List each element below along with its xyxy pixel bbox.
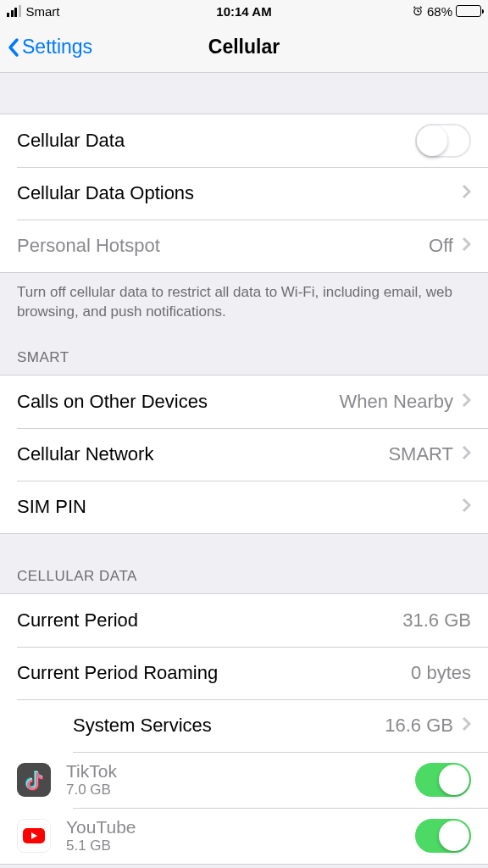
sim-pin-label: SIM PIN (17, 496, 453, 518)
app-usage-tiktok: 7.0 GB (66, 782, 415, 798)
battery-icon (456, 5, 481, 17)
youtube-app-icon (17, 819, 51, 853)
back-button[interactable]: Settings (7, 36, 92, 58)
chevron-right-icon (462, 235, 471, 257)
battery-pct: 68% (427, 4, 452, 19)
personal-hotspot-value: Off (429, 235, 453, 257)
svg-line-3 (413, 7, 415, 8)
section-header-cellular-data: CELLULAR DATA (0, 534, 488, 593)
roaming-value: 0 bytes (411, 662, 471, 684)
section-cellular-data-usage: Current Period 31.6 GB Current Period Ro… (0, 593, 488, 865)
row-calls-other-devices[interactable]: Calls on Other Devices When Nearby (0, 376, 488, 428)
app-name-tiktok: TikTok (66, 761, 415, 782)
section-cellular: Cellular Data Cellular Data Options Pers… (0, 114, 488, 273)
carrier-label: Smart (26, 4, 60, 19)
back-label: Settings (22, 36, 92, 58)
cellular-data-label: Cellular Data (17, 130, 415, 152)
cellular-footer: Turn off cellular data to restrict all d… (0, 273, 488, 327)
row-current-period: Current Period 31.6 GB (0, 594, 488, 647)
chevron-right-icon (462, 715, 471, 737)
alarm-icon (412, 5, 424, 17)
row-current-period-roaming: Current Period Roaming 0 bytes (0, 647, 488, 699)
row-personal-hotspot[interactable]: Personal Hotspot Off (0, 220, 488, 272)
svg-line-4 (420, 7, 422, 8)
cellular-network-label: Cellular Network (17, 443, 388, 465)
row-cellular-network[interactable]: Cellular Network SMART (0, 428, 488, 481)
tiktok-app-icon (17, 763, 51, 797)
cellular-data-toggle[interactable] (415, 124, 471, 158)
status-right: 68% (412, 4, 481, 19)
chevron-right-icon (462, 496, 471, 518)
row-sim-pin[interactable]: SIM PIN (0, 481, 488, 533)
system-services-value: 16.6 GB (385, 715, 453, 737)
row-app-tiktok[interactable]: TikTok 7.0 GB (0, 752, 488, 808)
row-system-services[interactable]: System Services 16.6 GB (0, 699, 488, 752)
status-left: Smart (7, 4, 60, 19)
app-toggle-tiktok[interactable] (415, 763, 471, 797)
page-title: Cellular (208, 36, 280, 58)
chevron-right-icon (462, 443, 471, 465)
calls-other-devices-value: When Nearby (339, 391, 453, 413)
section-smart: Calls on Other Devices When Nearby Cellu… (0, 375, 488, 534)
app-name-youtube: YouTube (66, 817, 415, 837)
app-toggle-youtube[interactable] (415, 819, 471, 853)
personal-hotspot-label: Personal Hotspot (17, 235, 429, 257)
status-bar: Smart 10:14 AM 68% (0, 0, 488, 22)
status-time: 10:14 AM (216, 4, 271, 19)
chevron-right-icon (462, 182, 471, 204)
signal-icon (7, 5, 21, 17)
nav-bar: Settings Cellular (0, 22, 488, 73)
roaming-label: Current Period Roaming (17, 662, 411, 684)
row-cellular-data[interactable]: Cellular Data (0, 114, 488, 167)
current-period-label: Current Period (17, 609, 402, 632)
cellular-data-options-label: Cellular Data Options (17, 182, 453, 204)
calls-other-devices-label: Calls on Other Devices (17, 391, 339, 413)
app-usage-youtube: 5.1 GB (66, 837, 415, 854)
section-header-smart: SMART (0, 327, 488, 375)
system-services-label: System Services (73, 715, 385, 737)
cellular-network-value: SMART (388, 443, 453, 465)
row-app-youtube[interactable]: YouTube 5.1 GB (0, 808, 488, 864)
chevron-right-icon (462, 391, 471, 413)
chevron-left-icon (7, 37, 20, 58)
row-cellular-data-options[interactable]: Cellular Data Options (0, 167, 488, 220)
current-period-value: 31.6 GB (402, 609, 471, 632)
